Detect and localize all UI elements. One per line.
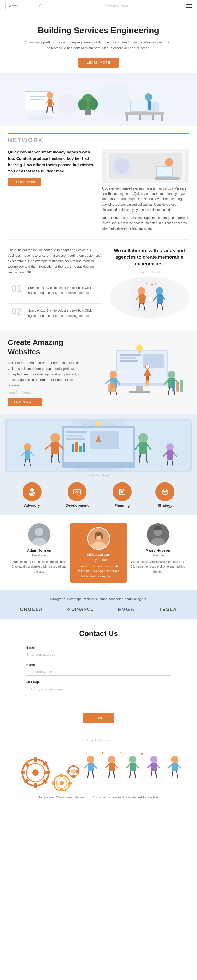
- svg-line-202: [126, 765, 130, 768]
- planning-icon-circle: [113, 482, 132, 501]
- contact-submit-wrapper: SEND: [26, 713, 171, 723]
- svg-line-209: [156, 765, 160, 768]
- linda-avatar: [87, 527, 110, 550]
- svg-rect-195: [109, 763, 115, 771]
- svg-point-206: [150, 756, 158, 763]
- partners-text: Paragraph. Lorem ipsum dolor sit amet, c…: [8, 597, 189, 602]
- svg-rect-113: [98, 425, 99, 427]
- svg-rect-168: [34, 783, 37, 788]
- svg-rect-201: [130, 763, 136, 771]
- marry-role: Designer: [130, 554, 186, 557]
- svg-text:★: ★: [140, 752, 143, 756]
- planning-icon: [118, 487, 127, 496]
- svg-rect-180: [52, 781, 55, 785]
- footer-text: Sample text. Click to select the text bo…: [8, 795, 189, 800]
- contact-message-input[interactable]: [26, 686, 171, 707]
- adam-name: Adam Jonson: [11, 548, 67, 552]
- create-learn-more-button[interactable]: LEARN MORE: [8, 398, 42, 406]
- svg-rect-189: [88, 763, 93, 771]
- svg-point-212: [171, 756, 178, 763]
- contact-email-input[interactable]: [26, 651, 171, 658]
- network-heading: Quick can manor smart money hopes worth …: [8, 149, 95, 174]
- development-icon-circle: [68, 482, 87, 501]
- svg-line-191: [93, 765, 97, 768]
- svg-point-38: [114, 158, 130, 174]
- contact-submit-button[interactable]: SEND: [83, 713, 114, 723]
- steps-right: We collaborate with brands and agencies …: [110, 247, 189, 322]
- svg-point-68: [146, 383, 149, 387]
- header-logo: Image from Freepik: [105, 5, 128, 7]
- search-box[interactable]: [5, 3, 47, 9]
- svg-rect-101: [51, 442, 59, 454]
- svg-rect-207: [151, 763, 156, 771]
- svg-point-75: [168, 371, 175, 378]
- search-input[interactable]: [8, 4, 39, 8]
- svg-rect-181: [68, 781, 72, 785]
- svg-line-71: [106, 380, 110, 383]
- services-banner: Images from Freepik Advisory: [0, 414, 197, 515]
- footer-section: Image from Freepik: [0, 733, 197, 805]
- svg-rect-158: [101, 534, 103, 539]
- network-learn-more-button[interactable]: LEARN MORE: [8, 178, 41, 186]
- svg-rect-163: [155, 526, 161, 529]
- svg-rect-35: [157, 167, 172, 176]
- svg-line-215: [178, 765, 181, 768]
- advisory-icon-circle: [23, 482, 41, 501]
- step-2-text: Sample text. Click to select the text bo…: [28, 307, 100, 318]
- svg-rect-27: [152, 115, 154, 120]
- marry-avatar: [147, 523, 169, 546]
- svg-rect-170: [46, 771, 50, 774]
- service-development: Development: [65, 482, 88, 508]
- svg-line-192: [88, 771, 89, 777]
- svg-text:★: ★: [151, 283, 154, 286]
- hamburger-menu[interactable]: [186, 4, 192, 8]
- create-section: Create Amazing Websites Duis aute irure …: [0, 330, 197, 414]
- svg-rect-178: [60, 774, 63, 777]
- steps-left: The principal reason we continue to adap…: [8, 247, 103, 322]
- svg-rect-85: [180, 380, 183, 392]
- marry-name: Marry Hudson: [130, 548, 186, 552]
- svg-rect-167: [34, 757, 37, 762]
- svg-point-188: [87, 756, 94, 763]
- svg-point-19: [145, 94, 152, 101]
- svg-rect-87: [139, 351, 140, 353]
- svg-line-203: [136, 765, 139, 768]
- svg-line-208: [147, 765, 151, 768]
- strategy-icon-circle: [156, 482, 174, 501]
- contact-email-label: Email: [26, 646, 171, 649]
- service-planning: Planning: [113, 482, 132, 508]
- svg-point-149: [164, 491, 166, 493]
- service-advisory: Advisory: [23, 482, 41, 508]
- hero-section: Building Services Engineering Quam nulla…: [0, 12, 197, 73]
- svg-point-7: [47, 92, 53, 99]
- svg-line-204: [130, 771, 131, 777]
- steps-section: The principal reason we continue to adap…: [0, 240, 197, 330]
- svg-rect-58: [120, 353, 141, 356]
- svg-point-66: [145, 364, 150, 369]
- svg-line-216: [172, 771, 173, 777]
- svg-point-0: [39, 5, 42, 7]
- svg-rect-187: [76, 770, 79, 773]
- svg-rect-99: [90, 431, 119, 449]
- planning-label: Planning: [114, 503, 130, 508]
- svg-line-214: [169, 765, 172, 768]
- svg-rect-22: [131, 101, 148, 111]
- hero-learn-more-button[interactable]: LEARN MORE: [78, 58, 118, 68]
- svg-rect-63: [129, 391, 150, 393]
- contact-name-label: Name: [26, 663, 171, 667]
- adam-role: Developer: [11, 554, 67, 557]
- svg-rect-117: [79, 445, 82, 452]
- svg-point-29: [57, 94, 77, 115]
- svg-rect-48: [157, 294, 162, 304]
- footer-illustration: ★ ★ ★ ★: [8, 745, 189, 792]
- step-1-number: 01: [11, 284, 24, 296]
- contact-name-input[interactable]: [26, 668, 171, 676]
- services-icons-row: Advisory Development: [5, 482, 192, 508]
- svg-point-100: [50, 433, 60, 442]
- svg-point-82: [110, 381, 113, 384]
- svg-rect-120: [25, 450, 30, 460]
- svg-rect-184: [72, 765, 75, 767]
- svg-rect-157: [94, 534, 96, 539]
- svg-rect-25: [161, 115, 163, 121]
- svg-point-112: [96, 421, 101, 426]
